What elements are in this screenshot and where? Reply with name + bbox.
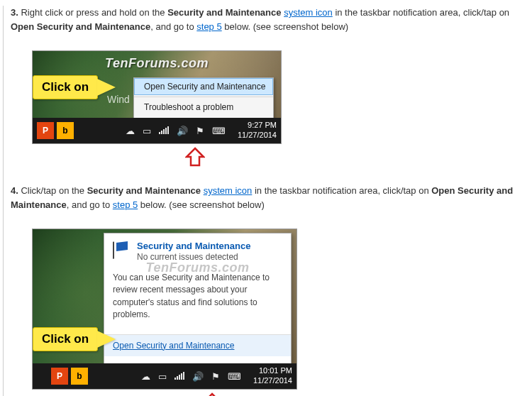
step-5-link[interactable]: step 5 [196, 21, 221, 32]
screenshot-step-3: TenForums.com Wind Open Security and Mai… [32, 50, 282, 167]
keyboard-icon[interactable]: ⌨ [212, 126, 226, 136]
callout-arrow-icon [97, 331, 116, 348]
battery-icon[interactable]: ▭ [158, 371, 167, 382]
taskbar-clock[interactable]: 10:01 PM 11/27/2014 [249, 366, 292, 386]
security-flyout: Security and Maintenance No current issu… [104, 233, 292, 364]
step-5-link[interactable]: step 5 [113, 199, 138, 210]
menu-separator [134, 97, 273, 97]
system-icon-link[interactable]: system icon [284, 7, 333, 18]
step-number: 4. [11, 185, 18, 196]
menu-troubleshoot[interactable]: Troubleshoot a problem [134, 99, 273, 116]
red-up-arrow-icon [185, 147, 205, 167]
volume-icon[interactable]: 🔊 [192, 371, 204, 382]
network-icon[interactable] [174, 371, 184, 382]
action-flag-icon[interactable]: ⚑ [196, 126, 204, 136]
screenshot-step-4: Evaluation copy. Build 9879 Security and… [32, 229, 297, 396]
watermark: TenForums.com [146, 260, 250, 275]
taskbar: P b ☁ ▭ 🔊 ⚑ ⌨ 9:27 PM 11/27/2014 [33, 118, 281, 143]
taskbar-app-b[interactable]: b [57, 122, 74, 139]
security-flag-icon [113, 241, 131, 259]
taskbar-app-p[interactable]: P [37, 122, 54, 139]
menu-open-security[interactable]: Open Security and Maintenance [134, 78, 273, 95]
action-flag-icon[interactable]: ⚑ [211, 371, 220, 382]
onedrive-icon[interactable]: ☁ [126, 126, 135, 136]
taskbar-app-p[interactable]: P [51, 368, 68, 385]
callout-arrow-icon [97, 79, 116, 96]
battery-icon[interactable]: ▭ [143, 126, 151, 136]
step-3-text: 3. Right click or press and hold on the … [11, 6, 526, 33]
click-on-callout: Click on [33, 75, 116, 99]
onedrive-icon[interactable]: ☁ [141, 371, 150, 382]
flyout-open-security-link[interactable]: Open Security and Maintenance [104, 335, 291, 356]
system-icon-link[interactable]: system icon [204, 185, 253, 196]
step-number: 3. [11, 7, 18, 18]
keyboard-icon[interactable]: ⌨ [228, 371, 241, 382]
taskbar-clock[interactable]: 9:27 PM 11/27/2014 [233, 121, 277, 141]
flyout-body: You can use Security and Maintenance to … [113, 272, 282, 321]
red-up-arrow-icon [202, 392, 222, 396]
taskbar: P b ☁ ▭ 🔊 ⚑ ⌨ 10:01 PM 11/27/2014 [33, 363, 297, 389]
click-on-callout: Click on [33, 327, 116, 351]
step-4-text: 4. Click/tap on the Security and Mainten… [11, 184, 526, 211]
flyout-title: Security and Maintenance [137, 241, 250, 251]
volume-icon[interactable]: 🔊 [177, 126, 188, 136]
network-icon[interactable] [159, 126, 169, 136]
taskbar-app-b[interactable]: b [71, 368, 88, 385]
watermark: TenForums.com [105, 56, 209, 71]
